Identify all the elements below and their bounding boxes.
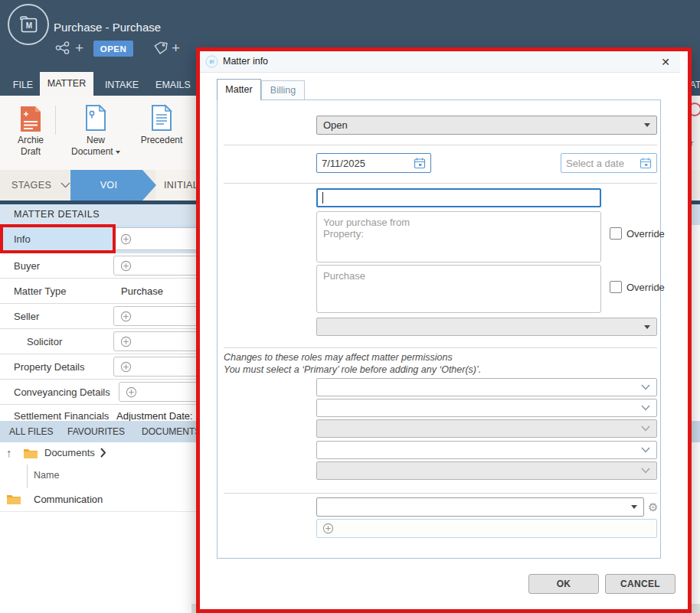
triconvey-logo-icon: tri (205, 55, 218, 70)
dropdown-caret-icon (644, 325, 650, 329)
matter-number-input[interactable] (316, 188, 601, 207)
tag-icon[interactable] (153, 41, 168, 57)
dialog-titlebar[interactable]: tri Matter info ✕ (200, 51, 680, 73)
new-document-button[interactable]: New Document (65, 135, 126, 158)
dialog-tab-billing[interactable]: Billing (261, 80, 305, 100)
up-arrow-icon[interactable]: ↑ (6, 446, 12, 459)
breadcrumb-folder[interactable]: Documents (44, 447, 95, 458)
chevron-down-icon (641, 405, 650, 411)
referral-type-dropdown[interactable] (316, 497, 644, 517)
referrer-field[interactable] (316, 519, 657, 538)
primary-person-assisting-combo[interactable] (316, 399, 657, 417)
re-line-textarea[interactable] (316, 211, 601, 262)
row-matter-type[interactable]: Matter Type Purchase (0, 279, 224, 304)
matter-opened-datepicker[interactable]: 7/11/2025 (316, 153, 431, 173)
folder-icon (23, 448, 38, 461)
chevron-down-icon (641, 426, 650, 432)
row-property-details[interactable]: Property Details (0, 354, 224, 380)
chevron-down-icon (641, 468, 650, 474)
stages-dropdown[interactable]: STAGES (11, 170, 70, 201)
file-row-communication[interactable]: Communication (0, 488, 224, 512)
description-override-checkbox[interactable] (610, 281, 622, 293)
close-icon[interactable]: ✕ (658, 54, 673, 70)
row-seller[interactable]: Seller (0, 304, 224, 329)
dropdown-caret-icon (631, 505, 637, 509)
folder-m-icon: M (18, 15, 39, 34)
ribbon-divider (55, 106, 56, 135)
matter-details-header: MATTER DETAILS (14, 204, 100, 225)
precedent-button[interactable]: Precedent (130, 135, 193, 146)
tab-file[interactable]: FILE (6, 74, 40, 96)
dropdown-caret-icon (644, 123, 650, 127)
status-open-badge[interactable]: OPEN (93, 41, 133, 57)
archie-draft-icon (19, 105, 42, 135)
svg-text:M: M (26, 21, 32, 30)
precedent-icon (151, 104, 172, 134)
other-introducers-combo[interactable] (316, 461, 657, 480)
ok-button[interactable]: OK (528, 574, 599, 594)
row-buyer[interactable]: Buyer (0, 253, 224, 279)
person-responsible-combo[interactable] (316, 378, 657, 396)
row-conveyancing-details[interactable]: Conveyancing Details (0, 380, 224, 405)
chevron-right-icon[interactable] (100, 448, 106, 460)
chevron-down-icon (641, 384, 650, 390)
override-label: Override (626, 228, 665, 240)
matter-closed-datepicker[interactable]: Select a date (561, 153, 657, 173)
row-info[interactable]: Info (0, 225, 224, 253)
share-icon[interactable] (55, 41, 74, 57)
matter-details-list: Info Buyer Matter Type Purchase Seller S… (0, 225, 224, 426)
archie-draft-button[interactable]: Archie Draft (8, 135, 54, 158)
svg-text:tri: tri (210, 59, 214, 64)
folder-icon (6, 494, 21, 507)
stage-voi[interactable]: VOI (70, 170, 156, 201)
new-document-icon (85, 104, 106, 134)
dialog-tab-matter[interactable]: Matter (217, 79, 261, 100)
tab-favourites[interactable]: FAVOURITES (67, 421, 125, 442)
primary-introducer-combo[interactable] (316, 441, 657, 459)
dialog-title: Matter info (223, 51, 268, 72)
override-label: Override (626, 282, 665, 293)
dropdown-caret-icon (116, 151, 120, 154)
tab-matter[interactable]: MATTER (40, 72, 93, 96)
tab-intake[interactable]: INTAKE (100, 74, 144, 96)
text-caret (322, 192, 323, 204)
add-share-icon[interactable]: + (75, 41, 83, 55)
calendar-icon (414, 157, 426, 169)
file-name: Communication (34, 494, 103, 505)
branch-dropdown[interactable] (316, 318, 657, 336)
add-tag-icon[interactable]: + (172, 41, 180, 55)
add-circle-icon (322, 523, 334, 534)
app-logo: M (8, 4, 49, 45)
description-textarea[interactable] (316, 265, 601, 313)
calendar-icon (639, 157, 652, 169)
tab-documents[interactable]: DOCUMENTS (142, 421, 201, 442)
tab-emails[interactable]: EMAILS (150, 74, 196, 96)
permissions-note-line1: Changes to these roles may affect matter… (224, 352, 453, 363)
row-solicitor[interactable]: Solicitor (0, 329, 224, 354)
other-persons-assisting-combo[interactable] (316, 419, 657, 438)
status-dropdown[interactable]: Open (316, 116, 657, 135)
chevron-down-icon (641, 447, 650, 453)
chevron-down-icon (61, 183, 70, 187)
tab-all-files[interactable]: ALL FILES (9, 421, 54, 442)
breadcrumb: ↑ Documents (0, 442, 224, 465)
matter-type-value: Purchase (121, 279, 163, 303)
matter-info-dialog: tri Matter info ✕ Matter Billing Status … (196, 47, 692, 613)
matter-title: Purchase - Purchase (54, 21, 161, 34)
permissions-note-line2: You must select a ‘Primary’ role before … (224, 364, 481, 375)
cancel-button[interactable]: CANCEL (605, 574, 675, 594)
stage-initial[interactable]: INITIAL (164, 170, 198, 201)
re-line-override-checkbox[interactable] (610, 227, 622, 240)
gear-icon[interactable]: ⚙ (648, 501, 658, 513)
column-header-name[interactable]: Name (0, 465, 224, 489)
